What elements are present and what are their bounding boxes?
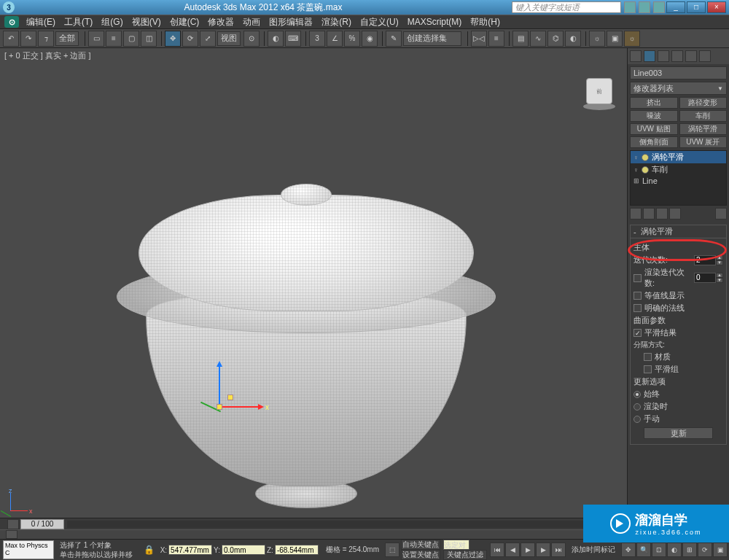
use-center-icon[interactable]: ⊙	[243, 31, 260, 47]
render-icon[interactable]: ☼	[624, 31, 640, 47]
menu-views[interactable]: 视图(V)	[132, 16, 161, 28]
render-iters-checkbox[interactable]	[634, 274, 642, 282]
select-by-name-icon[interactable]: ≡	[106, 31, 122, 47]
menu-edit[interactable]: 编辑(E)	[26, 16, 55, 28]
render-setup-icon[interactable]: ☼	[589, 31, 605, 47]
make-unique-icon[interactable]	[656, 208, 668, 219]
coord-y-input[interactable]	[222, 545, 265, 555]
select-rotate-icon[interactable]: ⟳	[182, 31, 198, 47]
maxscript-listener[interactable]: Max to Physcs C	[3, 540, 54, 559]
ref-coord-combo[interactable]: 视图	[217, 31, 241, 46]
time-tag-button[interactable]: 添加时间标记	[572, 545, 615, 555]
btn-extrude[interactable]: 挤出	[630, 97, 678, 109]
btn-uvwmap[interactable]: UVW 贴图	[630, 123, 678, 135]
zoom-icon[interactable]: 🔍	[636, 542, 651, 557]
show-end-result-icon[interactable]	[643, 208, 655, 219]
spinner-snap-icon[interactable]: ◉	[362, 31, 378, 47]
key-filters-button[interactable]: 关键点过滤器	[443, 550, 487, 560]
coord-x-input[interactable]	[168, 545, 212, 555]
favorites-icon[interactable]	[639, 1, 650, 13]
close-button[interactable]: ×	[707, 1, 726, 13]
viewcube[interactable]: 前	[583, 78, 615, 110]
stack-item-line[interactable]: ⊞Line	[631, 176, 726, 186]
modifier-stack[interactable]: ♀涡轮平滑 ♀车削 ⊞Line	[630, 150, 727, 206]
viewport-label[interactable]: [ + 0 正交 ] 真实 + 边面 ]	[0, 48, 627, 63]
select-scale-icon[interactable]: ⤢	[200, 31, 216, 47]
goto-end-icon[interactable]: ⏭	[551, 542, 566, 557]
display-tab-icon[interactable]	[685, 50, 697, 62]
btn-noise[interactable]: 噪波	[630, 110, 678, 122]
goto-start-icon[interactable]: ⏮	[490, 542, 504, 557]
menu-maxscript[interactable]: MAXScript(M)	[408, 17, 462, 27]
menu-rendering[interactable]: 渲染(R)	[321, 16, 351, 28]
viewcube-face-icon[interactable]: 前	[586, 78, 612, 104]
time-slider-handle[interactable]: 0 / 100	[20, 519, 64, 529]
coord-z-input[interactable]	[275, 545, 319, 555]
remove-modifier-icon[interactable]	[669, 208, 681, 219]
keymode-field[interactable]: 选定对象	[443, 540, 469, 550]
smooth-result-checkbox[interactable]	[634, 329, 642, 337]
keyboard-shortcut-icon[interactable]: ⌨	[285, 31, 301, 47]
track-button-icon[interactable]	[6, 530, 17, 539]
select-move-icon[interactable]: ✥	[165, 31, 181, 47]
menu-tools[interactable]: 工具(T)	[64, 16, 93, 28]
explicit-checkbox[interactable]	[634, 304, 642, 312]
model-teacup[interactable]	[117, 166, 496, 518]
prev-frame-icon[interactable]: ◀	[505, 542, 520, 557]
update-manual-radio[interactable]	[634, 416, 641, 423]
maximize-button[interactable]: □	[687, 1, 706, 13]
selection-filter-combo[interactable]: 全部	[55, 31, 79, 46]
autokey-button[interactable]: 自动关键点	[401, 540, 440, 550]
bulb-icon[interactable]	[642, 166, 649, 174]
named-selection-combo[interactable]: 创建选择集	[403, 31, 461, 46]
minimize-button[interactable]: _	[666, 1, 685, 13]
utilities-tab-icon[interactable]	[699, 50, 711, 62]
link-icon[interactable]: ⁊	[38, 31, 54, 47]
orbit-icon[interactable]: ⟳	[698, 542, 712, 557]
btn-pathdeform[interactable]: 路径变形	[679, 97, 728, 109]
layer-manager-icon[interactable]: ▤	[512, 31, 529, 47]
redo-icon[interactable]: ↷	[20, 31, 36, 47]
sep-smgroup-checkbox[interactable]	[644, 365, 652, 373]
menu-graph[interactable]: 图形编辑器	[269, 16, 313, 28]
gizmo-origin[interactable]	[217, 404, 222, 410]
update-button[interactable]: 更新	[644, 427, 713, 439]
angle-snap-icon[interactable]: ∠	[327, 31, 343, 47]
lock-selection-icon[interactable]: 🔒	[144, 545, 155, 555]
menu-animation[interactable]: 动画	[243, 16, 260, 28]
undo-icon[interactable]: ↶	[3, 31, 19, 47]
zoom-all-icon[interactable]: ⊞	[682, 542, 697, 557]
material-editor-icon[interactable]: ◐	[565, 31, 581, 47]
isoline-checkbox[interactable]	[634, 292, 642, 300]
render-iters-spinner[interactable]: 0	[694, 273, 716, 283]
bulb-icon[interactable]	[642, 154, 649, 161]
stack-item-turbosmooth[interactable]: ♀涡轮平滑	[631, 151, 726, 163]
mirror-icon[interactable]: ▷◁	[471, 31, 487, 47]
help-icon[interactable]	[653, 1, 665, 13]
iterations-spinner[interactable]: 2	[694, 255, 716, 265]
pan-icon[interactable]: ✥	[621, 542, 636, 557]
btn-uvwunwrap[interactable]: UVW 展开	[679, 136, 728, 148]
stack-item-lathe[interactable]: ♀车削	[631, 163, 726, 176]
application-menu-icon[interactable]: ⊙	[4, 16, 19, 28]
menu-customize[interactable]: 自定义(U)	[360, 16, 399, 28]
configure-sets-icon[interactable]	[715, 208, 727, 219]
hierarchy-tab-icon[interactable]	[658, 50, 669, 62]
motion-tab-icon[interactable]	[671, 50, 683, 62]
percent-snap-icon[interactable]: %	[344, 31, 360, 47]
update-render-radio[interactable]	[634, 403, 641, 411]
btn-turbosmooth[interactable]: 涡轮平滑	[679, 123, 728, 135]
modify-tab-icon[interactable]	[644, 50, 655, 62]
menu-help[interactable]: 帮助(H)	[470, 16, 500, 28]
menu-group[interactable]: 组(G)	[101, 16, 122, 28]
update-always-radio[interactable]	[634, 391, 641, 398]
schematic-view-icon[interactable]: ⌬	[547, 31, 564, 47]
object-name-field[interactable]: Line003	[630, 66, 727, 79]
min-max-viewport-icon[interactable]: ▣	[713, 542, 728, 557]
gizmo-x-axis-icon[interactable]	[219, 406, 262, 408]
sep-material-checkbox[interactable]	[644, 353, 652, 361]
window-crossing-icon[interactable]: ◫	[141, 31, 157, 47]
align-icon[interactable]: ≡	[488, 31, 504, 47]
viewport[interactable]: 前 x z x	[0, 63, 627, 518]
gizmo-y-axis-icon[interactable]	[219, 362, 220, 406]
